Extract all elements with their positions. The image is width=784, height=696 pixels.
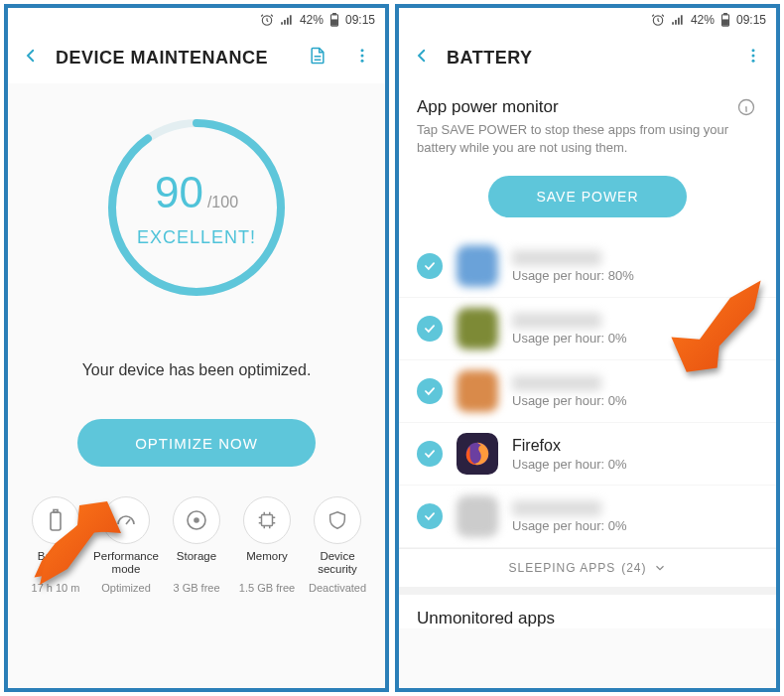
battery-icon [329, 13, 339, 27]
chip-performance[interactable]: Performance mode Optimized [92, 496, 160, 594]
category-chips: Battery 17 h 10 m Performance mode Optim… [8, 467, 385, 604]
checkbox[interactable] [417, 253, 443, 279]
app-icon [457, 308, 498, 349]
clock: 09:15 [345, 13, 375, 27]
gauge-icon [114, 508, 138, 532]
app-name: Firefox [512, 437, 758, 455]
app-row[interactable]: Usage per hour: 0% [399, 360, 776, 423]
back-button[interactable] [22, 47, 40, 69]
chip-memory[interactable]: Memory 1.5 GB free [233, 496, 301, 594]
section-desc: Tap SAVE POWER to stop these apps from u… [417, 121, 758, 156]
alarm-icon [651, 13, 665, 27]
page-title: BATTERY [447, 48, 533, 69]
back-button[interactable] [413, 47, 431, 69]
app-icon [457, 495, 498, 537]
clock: 09:15 [736, 13, 766, 27]
signal-icon [671, 13, 685, 27]
alarm-icon [260, 13, 274, 27]
shield-icon [327, 508, 348, 532]
svg-point-19 [752, 55, 755, 58]
more-button[interactable] [744, 47, 762, 69]
checkbox[interactable] [417, 378, 443, 404]
chevron-down-icon [653, 561, 667, 575]
score: 90 [155, 168, 203, 216]
optimized-message: Your device has been optimized. [82, 361, 312, 379]
app-usage: Usage per hour: 80% [512, 268, 758, 283]
status-bar: 42% 09:15 [8, 8, 385, 32]
app-power-monitor-section: App power monitor Tap SAVE POWER to stop… [399, 83, 776, 162]
score-of: /100 [207, 194, 238, 210]
app-name [512, 250, 601, 266]
app-row[interactable]: Usage per hour: 0% [399, 486, 776, 548]
app-bar: BATTERY [399, 32, 776, 83]
svg-rect-9 [51, 512, 61, 530]
score-label: EXCELLENT! [102, 227, 291, 248]
app-row[interactable]: FirefoxUsage per hour: 0% [399, 423, 776, 486]
svg-point-4 [361, 49, 364, 52]
svg-point-5 [361, 55, 364, 58]
app-name [512, 375, 601, 391]
storage-icon [185, 508, 208, 532]
more-button[interactable] [353, 47, 371, 69]
unmonitored-apps-header[interactable]: Unmonitored apps [399, 587, 776, 628]
status-bar: 42% 09:15 [399, 8, 776, 32]
checkbox[interactable] [417, 316, 443, 342]
chip-security[interactable]: Device security Deactivated [304, 496, 371, 594]
app-icon [457, 433, 498, 475]
signal-icon [280, 13, 294, 27]
svg-point-18 [752, 49, 755, 52]
app-usage: Usage per hour: 0% [512, 393, 758, 408]
chip-storage[interactable]: Storage 3 GB free [163, 496, 230, 594]
svg-point-12 [195, 518, 198, 522]
save-power-button[interactable]: SAVE POWER [488, 176, 687, 217]
chip-battery[interactable]: Battery 17 h 10 m [22, 496, 89, 594]
score-gauge: 90/100 EXCELLENT! [102, 113, 291, 302]
svg-rect-3 [332, 20, 337, 25]
checkbox[interactable] [417, 441, 443, 467]
app-usage: Usage per hour: 0% [512, 331, 758, 346]
app-usage: Usage per hour: 0% [512, 518, 758, 533]
svg-rect-16 [724, 13, 727, 14]
svg-rect-17 [723, 20, 728, 25]
battery-pct: 42% [300, 13, 324, 27]
battery-icon [46, 508, 65, 532]
memory-icon [256, 509, 278, 531]
section-title: App power monitor [417, 97, 758, 117]
battery-pct: 42% [691, 13, 715, 27]
svg-rect-13 [262, 515, 273, 526]
info-icon[interactable] [736, 97, 756, 121]
optimize-now-button[interactable]: OPTIMIZE NOW [77, 419, 316, 467]
svg-rect-10 [54, 510, 58, 513]
svg-point-6 [361, 60, 364, 63]
app-icon [457, 370, 498, 412]
checkbox[interactable] [417, 503, 443, 529]
sleeping-apps-toggle[interactable]: SLEEPING APPS (24) [399, 548, 776, 587]
app-usage: Usage per hour: 0% [512, 457, 758, 472]
app-icon [457, 245, 498, 287]
app-bar: DEVICE MAINTENANCE [8, 32, 385, 83]
svg-point-20 [752, 60, 755, 63]
history-button[interactable] [308, 46, 327, 70]
app-name [512, 313, 601, 329]
app-row[interactable]: Usage per hour: 0% [399, 298, 776, 360]
app-row[interactable]: Usage per hour: 80% [399, 235, 776, 298]
app-name [512, 500, 601, 516]
app-list: Usage per hour: 80%Usage per hour: 0%Usa… [399, 235, 776, 548]
page-title: DEVICE MAINTENANCE [56, 48, 268, 69]
battery-icon [720, 13, 730, 27]
svg-rect-2 [333, 13, 336, 14]
